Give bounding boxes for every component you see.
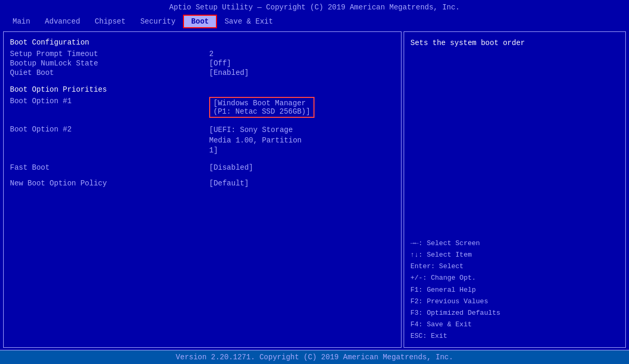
section-boot-config: Boot Configuration	[10, 38, 395, 47]
value-setup-prompt-timeout: 2	[209, 50, 213, 58]
row-fast-boot[interactable]: Fast Boot [Disabled]	[10, 163, 395, 172]
nav-save-exit[interactable]: Save & Exit	[217, 16, 280, 27]
header-title: Aptio Setup Utility — Copyright (C) 2019…	[0, 3, 629, 12]
nav-chipset[interactable]: Chipset	[88, 16, 133, 27]
key-help: →←: Select Screen ↑↓: Select Item Enter:…	[410, 238, 619, 342]
value-boot-option-1: [Windows Boot Manager(P1: Netac SSD 256G…	[209, 97, 314, 118]
key-hint-esc: ESC: Exit	[410, 330, 619, 342]
value-fast-boot: [Disabled]	[209, 163, 253, 172]
nav-main[interactable]: Main	[5, 16, 38, 27]
value-quiet-boot: [Enabled]	[209, 69, 249, 77]
label-boot-option-1: Boot Option #1	[10, 97, 209, 105]
label-boot-option-2: Boot Option #2	[10, 125, 209, 134]
value-numlock: [Off]	[209, 59, 231, 68]
key-hint-f1: F1: General Help	[410, 284, 619, 296]
key-hint-select-screen: →←: Select Screen	[410, 238, 619, 249]
help-text: Sets the system boot order	[410, 37, 619, 49]
label-quiet-boot: Quiet Boot	[10, 69, 209, 77]
key-hint-select-item: ↑↓: Select Item	[410, 249, 619, 261]
row-new-boot-policy[interactable]: New Boot Option Policy [Default]	[10, 179, 395, 187]
value-new-boot-policy: [Default]	[209, 179, 249, 187]
row-quiet-boot[interactable]: Quiet Boot [Enabled]	[10, 69, 395, 77]
bios-screen: Aptio Setup Utility — Copyright (C) 2019…	[0, 0, 629, 364]
main-content: Boot Configuration Setup Prompt Timeout …	[3, 31, 626, 348]
left-panel: Boot Configuration Setup Prompt Timeout …	[3, 31, 402, 348]
key-hint-change-opt: +/-: Change Opt.	[410, 272, 619, 284]
key-hint-f4: F4: Save & Exit	[410, 319, 619, 330]
row-boot-option-1[interactable]: Boot Option #1 [Windows Boot Manager(P1:…	[10, 97, 395, 118]
label-setup-prompt-timeout: Setup Prompt Timeout	[10, 50, 209, 58]
key-hint-f3: F3: Optimized Defaults	[410, 307, 619, 319]
right-panel: Sets the system boot order →←: Select Sc…	[404, 31, 626, 348]
footer-text: Version 2.20.1271. Copyright (C) 2019 Am…	[176, 353, 453, 361]
row-numlock[interactable]: Bootup NumLock State [Off]	[10, 59, 395, 68]
nav-advanced[interactable]: Advanced	[38, 16, 88, 27]
label-new-boot-policy: New Boot Option Policy	[10, 179, 209, 187]
navbar[interactable]: Main Advanced Chipset Security Boot Save…	[0, 14, 629, 29]
section-boot-priorities: Boot Option Priorities	[10, 85, 395, 94]
value-boot-option-2: [UEFI: Sony StorageMedia 1.00, Partition…	[209, 125, 301, 156]
label-fast-boot: Fast Boot	[10, 163, 209, 172]
footer: Version 2.20.1271. Copyright (C) 2019 Am…	[0, 350, 629, 364]
nav-boot[interactable]: Boot	[183, 15, 218, 28]
label-numlock: Bootup NumLock State	[10, 59, 209, 68]
row-setup-prompt-timeout[interactable]: Setup Prompt Timeout 2	[10, 50, 395, 58]
header: Aptio Setup Utility — Copyright (C) 2019…	[0, 0, 629, 14]
key-hint-f2: F2: Previous Values	[410, 296, 619, 307]
nav-security[interactable]: Security	[133, 16, 183, 27]
key-hint-enter: Enter: Select	[410, 261, 619, 272]
row-boot-option-2[interactable]: Boot Option #2 [UEFI: Sony StorageMedia …	[10, 125, 395, 156]
